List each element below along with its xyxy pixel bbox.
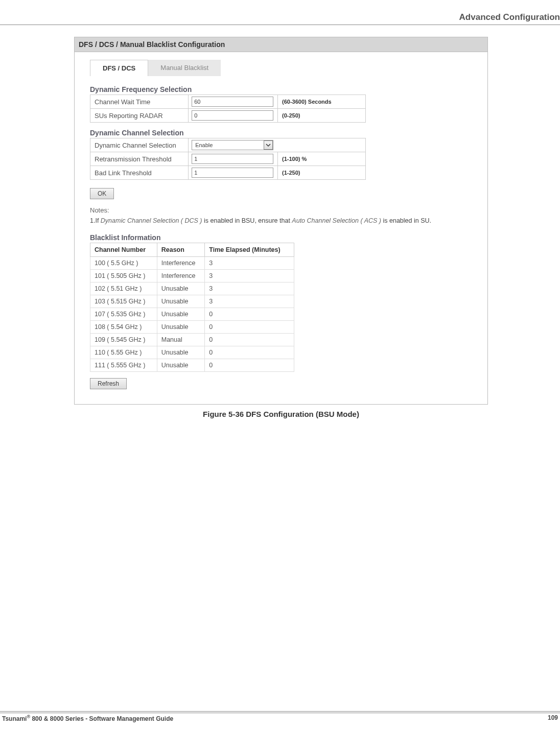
select-value: Enable xyxy=(192,142,264,148)
field-hint: (1-250) xyxy=(278,166,366,180)
table-cell: 102 ( 5.51 GHz ) xyxy=(90,282,157,295)
note-italic: Dynamic Channel Selection ( DCS ) xyxy=(101,217,202,224)
field-label: Dynamic Channel Selection xyxy=(90,138,189,152)
table-row: 108 ( 5.54 GHz )Unusable0 xyxy=(90,321,294,334)
chevron-down-icon xyxy=(264,140,273,150)
table-cell: 108 ( 5.54 GHz ) xyxy=(90,321,157,334)
table-cell: Unusable xyxy=(157,359,205,372)
table-row: 110 ( 5.55 GHz )Unusable0 xyxy=(90,346,294,359)
table-cell: 3 xyxy=(205,295,294,308)
tab-bar: DFS / DCS Manual Blacklist xyxy=(90,60,477,76)
table-cell: 0 xyxy=(205,321,294,334)
note-text: is enabled in BSU, ensure that xyxy=(202,217,292,224)
page-header-title: Advanced Configuration xyxy=(459,12,560,22)
dcs-row-select: Dynamic Channel Selection Enable xyxy=(90,138,366,152)
table-cell: 3 xyxy=(205,282,294,295)
notes-label: Notes: xyxy=(90,206,477,214)
table-cell: 0 xyxy=(205,346,294,359)
col-reason: Reason xyxy=(157,243,205,257)
table-cell: 0 xyxy=(205,359,294,372)
dcs-enable-select[interactable]: Enable xyxy=(192,140,273,150)
table-cell: 111 ( 5.555 GHz ) xyxy=(90,359,157,372)
field-hint: (60-3600) Seconds xyxy=(278,95,366,109)
table-row: 100 ( 5.5 GHz )Interference3 xyxy=(90,257,294,270)
bad-link-threshold-input[interactable] xyxy=(192,168,273,178)
retransmission-threshold-input[interactable] xyxy=(192,154,273,164)
table-cell: 3 xyxy=(205,270,294,282)
figure-caption: Figure 5-36 DFS Configuration (BSU Mode) xyxy=(74,410,488,418)
channel-wait-time-input[interactable] xyxy=(192,97,273,107)
table-cell: 109 ( 5.545 GHz ) xyxy=(90,334,157,346)
ok-button[interactable]: OK xyxy=(90,188,114,199)
field-label: Channel Wait Time xyxy=(90,95,189,109)
dcs-form-table: Dynamic Channel Selection Enable Retrans… xyxy=(90,138,366,180)
table-cell: 100 ( 5.5 GHz ) xyxy=(90,257,157,270)
page-number: 109 xyxy=(548,714,558,722)
tab-manual-blacklist[interactable]: Manual Blacklist xyxy=(148,60,221,76)
field-hint: (1-100) % xyxy=(278,152,366,166)
field-label: SUs Reporting RADAR xyxy=(90,109,189,123)
col-channel-number: Channel Number xyxy=(90,243,157,257)
footer-guide-title: Tsunami® 800 & 8000 Series - Software Ma… xyxy=(2,714,173,722)
table-cell: Unusable xyxy=(157,295,205,308)
blacklist-heading: Blacklist Information xyxy=(90,233,477,242)
table-cell: Interference xyxy=(157,257,205,270)
table-row: 103 ( 5.515 GHz )Unusable3 xyxy=(90,295,294,308)
table-cell: Unusable xyxy=(157,321,205,334)
note-italic: Auto Channel Selection ( ACS ) xyxy=(292,217,381,224)
table-cell: 3 xyxy=(205,257,294,270)
table-row: 111 ( 5.555 GHz )Unusable0 xyxy=(90,359,294,372)
blacklist-table: Channel Number Reason Time Elapsed (Minu… xyxy=(90,243,294,372)
table-cell: 101 ( 5.505 GHz ) xyxy=(90,270,157,282)
col-time-elapsed: Time Elapsed (Minutes) xyxy=(205,243,294,257)
sus-reporting-radar-input[interactable] xyxy=(192,110,273,121)
config-panel: DFS / DCS / Manual Blacklist Configurati… xyxy=(74,37,488,405)
field-label: Retransmission Threshold xyxy=(90,152,189,166)
dfs-row-channel-wait-time: Channel Wait Time (60-3600) Seconds xyxy=(90,95,366,109)
table-row: 102 ( 5.51 GHz )Unusable3 xyxy=(90,282,294,295)
page-footer: Tsunami® 800 & 8000 Series - Software Ma… xyxy=(0,711,560,722)
field-label: Bad Link Threshold xyxy=(90,166,189,180)
table-row: 101 ( 5.505 GHz )Interference3 xyxy=(90,270,294,282)
table-cell: Interference xyxy=(157,270,205,282)
dcs-row-bad-link: Bad Link Threshold (1-250) xyxy=(90,166,366,180)
dcs-heading: Dynamic Channel Selection xyxy=(90,129,477,137)
header-divider xyxy=(0,25,560,25)
table-cell: Unusable xyxy=(157,282,205,295)
footer-text: 800 & 8000 Series - Software Management … xyxy=(30,715,173,722)
table-cell: 107 ( 5.535 GHz ) xyxy=(90,308,157,321)
table-cell: 0 xyxy=(205,334,294,346)
table-cell: Unusable xyxy=(157,346,205,359)
table-cell: Manual xyxy=(157,334,205,346)
field-hint: (0-250) xyxy=(278,109,366,123)
dfs-form-table: Channel Wait Time (60-3600) Seconds SUs … xyxy=(90,95,366,123)
table-row: 109 ( 5.545 GHz )Manual0 xyxy=(90,334,294,346)
table-cell: Unusable xyxy=(157,308,205,321)
refresh-button[interactable]: Refresh xyxy=(90,378,127,389)
table-cell: 103 ( 5.515 GHz ) xyxy=(90,295,157,308)
note-text: 1.If xyxy=(90,217,101,224)
tab-dfs-dcs[interactable]: DFS / DCS xyxy=(90,60,148,76)
table-row: 107 ( 5.535 GHz )Unusable0 xyxy=(90,308,294,321)
table-cell: 110 ( 5.55 GHz ) xyxy=(90,346,157,359)
footer-text: Tsunami xyxy=(2,715,27,722)
note-text: is enabled in SU. xyxy=(381,217,431,224)
dfs-row-sus-reporting-radar: SUs Reporting RADAR (0-250) xyxy=(90,109,366,123)
dfs-heading: Dynamic Frequency Selection xyxy=(90,85,477,93)
table-cell: 0 xyxy=(205,308,294,321)
panel-title: DFS / DCS / Manual Blacklist Configurati… xyxy=(75,37,487,52)
dcs-row-retransmission: Retransmission Threshold (1-100) % xyxy=(90,152,366,166)
note-1: 1.If Dynamic Channel Selection ( DCS ) i… xyxy=(90,217,477,224)
